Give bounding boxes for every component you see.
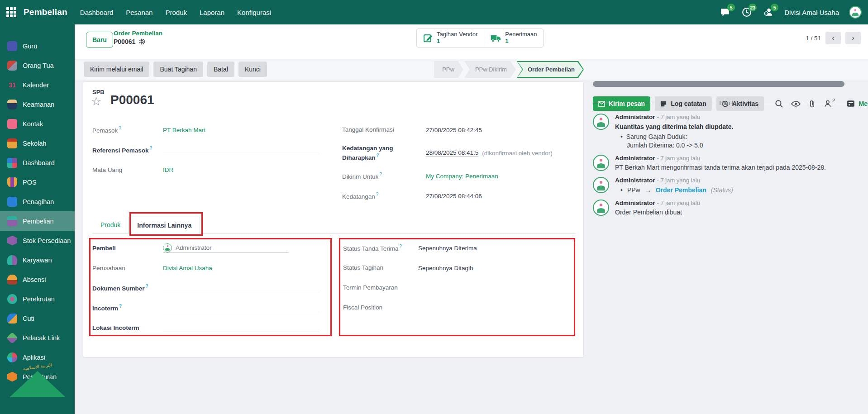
topbar-right: 5 23 5 Divisi Amal Usaha bbox=[719, 6, 868, 19]
contacts-icon bbox=[7, 119, 17, 129]
status-step-ppw-dikirim[interactable]: PPw Dikirim bbox=[464, 61, 516, 78]
expected-arrival-input[interactable]: 28/08/2025 08:41:5 bbox=[426, 149, 478, 157]
vendor-link[interactable]: PT Berkah Mart bbox=[163, 127, 205, 133]
sidebar-item-keamanan[interactable]: Keamanan bbox=[0, 95, 75, 114]
field-tanggal-konfirmasi: Tanggal Konfirmasi 27/08/2025 08:42:45 bbox=[342, 120, 577, 140]
smart-buttons: Tagihan Vendor 1 Penerimaan 1 bbox=[416, 29, 544, 48]
sidebar-label: POS bbox=[23, 179, 37, 186]
sidebar-item-orang-tua[interactable]: Orang Tua bbox=[0, 56, 75, 75]
vendor-bills-button[interactable]: Tagihan Vendor 1 bbox=[417, 29, 484, 47]
help-icon[interactable]: ? bbox=[377, 153, 379, 158]
other-info-right: Status Tanda Terima? Sepenuhnya Diterima… bbox=[343, 238, 569, 318]
tracking-field-name: (Status) bbox=[711, 186, 733, 194]
buyer-input[interactable]: Administrator bbox=[163, 243, 289, 253]
sidebar-item-karyawan[interactable]: Karyawan bbox=[0, 250, 75, 270]
sidebar-item-sekolah[interactable]: Sekolah bbox=[0, 133, 75, 153]
company-switcher[interactable]: Divisi Amal Usaha bbox=[784, 9, 839, 16]
sidebar-item-penagihan[interactable]: Penagihan bbox=[0, 192, 75, 211]
incoterm-location-input[interactable] bbox=[163, 323, 319, 332]
main-area: Baru Order Pembelian P00061 Tagihan Vend… bbox=[75, 24, 868, 414]
source-document-input[interactable] bbox=[163, 283, 319, 292]
sidebar-item-pelacak-link[interactable]: Pelacak Link bbox=[0, 328, 75, 347]
activities-clock-icon[interactable]: 23 bbox=[741, 6, 753, 18]
help-icon[interactable]: ? bbox=[119, 304, 122, 309]
message-author[interactable]: Administrator bbox=[615, 177, 655, 184]
incoterm-input[interactable] bbox=[163, 303, 319, 312]
field-dokumen-sumber: Dokumen Sumber? bbox=[92, 278, 328, 298]
vendor-reference-input[interactable] bbox=[163, 145, 319, 154]
settings-gear-icon[interactable] bbox=[138, 38, 146, 45]
status-step-order-pembelian[interactable]: Order Pembelian bbox=[517, 61, 584, 78]
help-icon[interactable]: ? bbox=[150, 146, 153, 151]
tab-informasi-lainnya[interactable]: Informasi Lainnya bbox=[129, 217, 200, 234]
field-referensi-pemasok: Referensi Pemasok? bbox=[92, 140, 328, 160]
message-subject: Kuantitas yang diterima telah diupdate. bbox=[615, 123, 733, 130]
apps-grid-icon[interactable] bbox=[6, 7, 16, 17]
sidebar-item-dashboard[interactable]: Dashboard bbox=[0, 153, 75, 172]
sidebar-label: Kalender bbox=[23, 81, 49, 89]
message-author[interactable]: Administrator bbox=[615, 200, 655, 206]
field-status-tagihan: Status Tagihan Sepenuhnya Ditagih bbox=[343, 258, 569, 278]
menu-konfigurasi[interactable]: Konfigurasi bbox=[237, 9, 271, 16]
pager-previous-button[interactable]: ‹ bbox=[825, 32, 841, 44]
company-link[interactable]: Divisi Amal Usaha bbox=[163, 265, 212, 271]
create-bill-button[interactable]: Buat Tagihan bbox=[153, 62, 203, 77]
menu-pesanan[interactable]: Pesanan bbox=[126, 9, 153, 16]
menu-dashboard[interactable]: Dashboard bbox=[80, 9, 113, 16]
vendor-bills-count: 1 bbox=[437, 38, 477, 45]
tab-produk[interactable]: Produk bbox=[92, 217, 129, 233]
chatter-message: Administrator- 7 jam yang lalu • PPw → O… bbox=[593, 177, 864, 194]
sidebar-label: Pelacak Link bbox=[23, 334, 60, 342]
help-icon[interactable]: ? bbox=[400, 244, 402, 249]
message-avatar bbox=[593, 177, 609, 193]
message-author[interactable]: Administrator bbox=[615, 155, 655, 162]
pager-next-button[interactable]: › bbox=[845, 32, 861, 44]
sidebar-item-stok-persediaan[interactable]: Stok Persediaan bbox=[0, 231, 75, 250]
chatter-scrollbar[interactable] bbox=[593, 81, 844, 87]
help-icon[interactable]: ? bbox=[146, 284, 148, 289]
pencil-square-icon bbox=[423, 33, 433, 43]
lock-button[interactable]: Kunci bbox=[238, 62, 267, 77]
tracking-new-value[interactable]: Order Pembelian bbox=[656, 186, 706, 194]
deliver-to-link[interactable]: My Company: Penerimaan bbox=[426, 173, 498, 180]
sidebar-label: Cuti bbox=[23, 315, 34, 322]
sidebar-label: Dashboard bbox=[23, 159, 55, 167]
message-time: - 7 jam yang lalu bbox=[657, 200, 700, 206]
cancel-button[interactable]: Batal bbox=[207, 62, 234, 77]
sidebar-label: Keamanan bbox=[23, 101, 54, 108]
sidebar-item-guru[interactable]: Guru bbox=[0, 36, 75, 56]
message-author[interactable]: Administrator bbox=[615, 114, 655, 120]
currency-link[interactable]: IDR bbox=[163, 167, 173, 173]
messages-icon[interactable]: 5 bbox=[719, 6, 731, 18]
sidebar-item-absensi[interactable]: Absensi bbox=[0, 270, 75, 289]
billing-icon bbox=[7, 197, 17, 207]
help-icon[interactable]: ? bbox=[119, 126, 121, 131]
breadcrumb-parent[interactable]: Order Pembelian bbox=[114, 30, 162, 37]
favorite-star-icon[interactable]: ☆ bbox=[91, 95, 101, 107]
receipts-button[interactable]: Penerimaan 1 bbox=[484, 29, 543, 47]
help-icon[interactable]: ? bbox=[379, 172, 382, 177]
help-icon[interactable]: ? bbox=[376, 192, 379, 197]
inventory-icon bbox=[7, 236, 17, 246]
sidebar-item-kontak[interactable]: Kontak bbox=[0, 114, 75, 133]
send-by-email-button[interactable]: Kirim melalui email bbox=[84, 62, 149, 77]
status-step-ppw[interactable]: PPw bbox=[434, 61, 463, 78]
sidebar-item-perekrutan[interactable]: Perekrutan bbox=[0, 289, 75, 309]
sidebar-item-pembelian[interactable]: Pembelian bbox=[0, 211, 75, 231]
message-avatar bbox=[593, 200, 609, 216]
buyer-avatar bbox=[163, 243, 172, 252]
user-avatar[interactable] bbox=[849, 6, 862, 19]
sales-person-icon[interactable]: 5 bbox=[763, 6, 774, 18]
sidebar-label: Karyawan bbox=[23, 257, 52, 264]
menu-laporan[interactable]: Laporan bbox=[200, 9, 224, 16]
employees-icon bbox=[7, 255, 17, 265]
sidebar-item-cuti[interactable]: Cuti bbox=[0, 309, 75, 328]
state-badge[interactable]: Baru bbox=[86, 32, 113, 48]
sidebar-item-pos[interactable]: POS bbox=[0, 172, 75, 192]
sidebar-item-kalender[interactable]: 31Kalender bbox=[0, 75, 75, 95]
billing-status-value: Sepenuhnya Ditagih bbox=[418, 265, 473, 271]
pos-icon bbox=[7, 177, 17, 187]
menu-produk[interactable]: Produk bbox=[165, 9, 187, 16]
foundation-logo-shape bbox=[10, 371, 66, 397]
message-detail: • Sarung Gajah Duduk: Jumlah Diterima: 0… bbox=[615, 133, 733, 149]
